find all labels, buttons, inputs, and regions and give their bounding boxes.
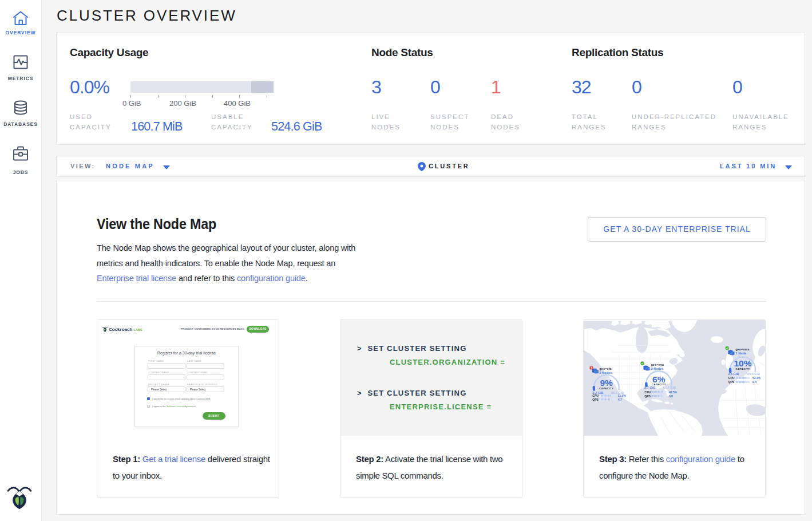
svg-text:QPS: QPS — [644, 394, 651, 398]
svg-text:1 Node: 1 Node — [736, 352, 747, 355]
svg-text:CPU: CPU — [644, 390, 651, 394]
svg-text:CAPACITY: CAPACITY — [599, 387, 613, 390]
svg-text:CPU: CPU — [592, 394, 599, 397]
svg-text:0.4: 0.4 — [752, 380, 756, 384]
svg-text:9%: 9% — [600, 378, 613, 388]
svg-text:4.7: 4.7 — [618, 398, 622, 401]
svg-text:CAPACITY: CAPACITY — [735, 368, 750, 370]
svg-text:QPS: QPS — [728, 380, 735, 384]
svg-text:geo=sfo: geo=sfo — [600, 367, 612, 370]
svg-text:11.0%: 11.0% — [618, 394, 626, 397]
svg-text:2 Nodes: 2 Nodes — [600, 371, 612, 374]
svg-text:42.5%: 42.5% — [669, 390, 678, 394]
svg-text:CPU: CPU — [728, 376, 735, 380]
svg-text:65.7 GiB: 65.7 GiB — [663, 386, 676, 389]
svg-text:10%: 10% — [734, 358, 751, 368]
svg-text:3.6 GiB: 3.6 GiB — [728, 372, 739, 376]
svg-text:34.4 GiB: 34.4 GiB — [747, 372, 760, 376]
svg-text:3.7 GiB: 3.7 GiB — [644, 386, 655, 389]
svg-text:52.3%: 52.3% — [752, 376, 761, 380]
svg-text:geo=ams: geo=ams — [736, 348, 750, 351]
svg-text:2 Nodes: 2 Nodes — [651, 367, 664, 370]
svg-text:geo=nyc: geo=nyc — [651, 363, 664, 366]
svg-text:QPS: QPS — [592, 398, 599, 401]
svg-text:0.8: 0.8 — [669, 394, 673, 398]
